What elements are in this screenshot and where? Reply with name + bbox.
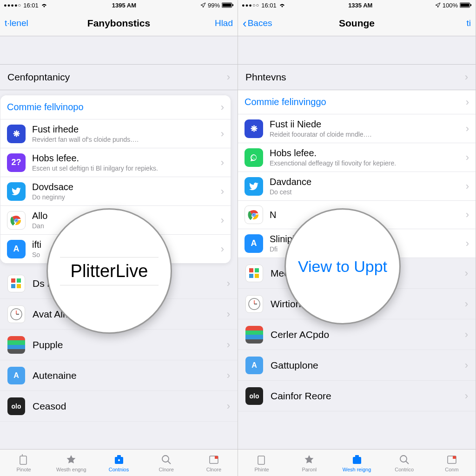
- tab-item[interactable]: Conm: [428, 450, 476, 476]
- list-item[interactable]: ❋ Fust irhede Revidert fan wall of's clo…: [0, 119, 231, 148]
- svg-point-18: [162, 456, 169, 462]
- svg-line-42: [406, 461, 409, 464]
- chevron-right-icon: ›: [466, 123, 469, 135]
- clock-icon: [245, 295, 263, 313]
- tab-icon: [256, 454, 268, 466]
- whatsapp-icon: [245, 148, 263, 167]
- clock-label: 1335 AM: [348, 2, 372, 9]
- chevron-right-icon: ›: [466, 209, 469, 221]
- svg-rect-2: [232, 4, 233, 6]
- svg-rect-34: [255, 274, 259, 278]
- battery-icon: [222, 2, 234, 8]
- list-item[interactable]: olo Ceasod ›: [0, 391, 238, 422]
- card-header-link[interactable]: Commie felinvinggo ›: [238, 90, 476, 114]
- list-item[interactable]: A Autenaine ›: [0, 360, 238, 391]
- nav-bar: ‹ Baces Sounge ti: [238, 10, 476, 36]
- list-item[interactable]: 2? Hobs lefee. Escen ut sel deftign ti B…: [0, 148, 231, 177]
- nav-back-button[interactable]: ‹ Baces: [243, 17, 280, 29]
- section-title: Cenfopntanicy: [7, 72, 70, 83]
- app-icon: [245, 326, 263, 344]
- app-icon: 2?: [7, 153, 26, 172]
- magnifier-callout: PlitterLive: [46, 208, 172, 334]
- svg-rect-21: [215, 456, 218, 459]
- tab-icon: [351, 454, 363, 466]
- clock-label: 1395 AM: [112, 2, 136, 9]
- tab-item[interactable]: Paronl: [285, 450, 333, 476]
- chevron-right-icon: ›: [227, 370, 230, 382]
- svg-point-6: [15, 219, 18, 221]
- tab-item[interactable]: Clnore: [143, 450, 190, 476]
- battery-icon: [460, 2, 472, 8]
- list-item[interactable]: A Gattuplone ›: [238, 350, 476, 381]
- svg-rect-10: [17, 284, 21, 288]
- nav-right-button[interactable]: ti: [434, 18, 471, 28]
- tab-icon: [18, 454, 30, 466]
- svg-rect-16: [117, 455, 121, 457]
- list-item[interactable]: Hobs lefee. Exsenctional deffeagy til fi…: [238, 143, 476, 172]
- svg-point-30: [253, 214, 255, 216]
- section-header[interactable]: Phntevns ›: [238, 64, 476, 90]
- tab-icon: [113, 454, 125, 466]
- tab-item[interactable]: Pinote: [0, 450, 47, 476]
- svg-point-41: [400, 456, 407, 462]
- chevron-right-icon: ›: [227, 339, 230, 351]
- chevron-right-icon: ›: [466, 238, 469, 250]
- twitter-icon: [7, 182, 26, 201]
- tab-item[interactable]: Contrico: [381, 450, 428, 476]
- chrome-icon: [7, 211, 26, 230]
- location-icon: [435, 2, 441, 8]
- nav-right-button[interactable]: Hlad: [196, 18, 233, 28]
- section-header[interactable]: Cenfopntanicy ›: [0, 64, 238, 90]
- tab-item[interactable]: Clnore: [190, 450, 238, 476]
- battery-percent: 99%: [208, 2, 220, 9]
- svg-rect-14: [20, 456, 26, 464]
- svg-rect-33: [249, 274, 253, 278]
- carrier-label: 16:01: [261, 2, 277, 9]
- tab-item[interactable]: Westh engng: [47, 450, 95, 476]
- list-item[interactable]: Davdance Do cest ›: [238, 172, 476, 201]
- chevron-right-icon: ›: [221, 214, 224, 226]
- appstore-icon: A: [245, 234, 263, 253]
- app-icon: ❋: [245, 119, 263, 138]
- svg-rect-39: [353, 457, 361, 464]
- tab-item[interactable]: Wesh reigng: [333, 450, 380, 476]
- svg-rect-23: [461, 4, 469, 7]
- list-item[interactable]: Pupple ›: [0, 330, 238, 360]
- content-area: Cenfopntanicy › Commie fellvinopo › ❋ Fu…: [0, 36, 238, 449]
- wifi-icon: [40, 2, 48, 8]
- app-icon: A: [245, 357, 263, 374]
- chevron-right-icon: ›: [227, 400, 230, 412]
- content-area: Phntevns › Commie felinvinggo › ❋ Fust i…: [238, 36, 476, 449]
- list-item[interactable]: Cerler ACpdo ›: [238, 319, 476, 350]
- list-item[interactable]: olo Cainfor Reore ›: [238, 381, 476, 411]
- phone-left: ●●●●○ 16:01 1395 AM 99% t·lenel Fanybons…: [0, 0, 238, 476]
- chevron-right-icon: ›: [221, 243, 224, 255]
- card-header-link[interactable]: Commie fellvinopo ›: [0, 95, 231, 119]
- section-title: Phntevns: [245, 72, 286, 83]
- svg-rect-38: [258, 456, 264, 464]
- status-bar: ●●●○○ 16:01 1335 AM 100%: [238, 0, 476, 10]
- chevron-right-icon: ›: [466, 180, 469, 192]
- svg-point-26: [251, 155, 256, 160]
- tab-bar: Phinte Paronl Wesh reigng Contrico Conm: [238, 449, 476, 476]
- star-icon: [303, 454, 315, 466]
- chevron-left-icon: ‹: [243, 17, 247, 29]
- battery-percent: 100%: [443, 2, 458, 9]
- tab-item[interactable]: Contnios: [95, 450, 142, 476]
- svg-rect-31: [249, 268, 253, 272]
- wifi-icon: [278, 2, 286, 8]
- app-icon: [7, 275, 25, 292]
- chevron-right-icon: ›: [465, 390, 468, 402]
- svg-rect-44: [453, 456, 456, 459]
- chevron-right-icon: ›: [466, 152, 469, 164]
- list-item[interactable]: Dovdsace Do neginny ›: [0, 177, 231, 206]
- tab-icon: [208, 454, 220, 466]
- chrome-icon: [245, 205, 263, 224]
- magnifier-text: PlitterLive: [71, 258, 148, 285]
- search-icon: [398, 454, 410, 466]
- tab-item[interactable]: Phinte: [238, 450, 285, 476]
- chevron-right-icon: ›: [221, 157, 224, 169]
- list-item[interactable]: ❋ Fust ii Niede Reideit foouratar of clo…: [238, 114, 476, 143]
- nav-left-button[interactable]: t·lenel: [5, 18, 42, 28]
- chevron-right-icon: ›: [227, 278, 230, 290]
